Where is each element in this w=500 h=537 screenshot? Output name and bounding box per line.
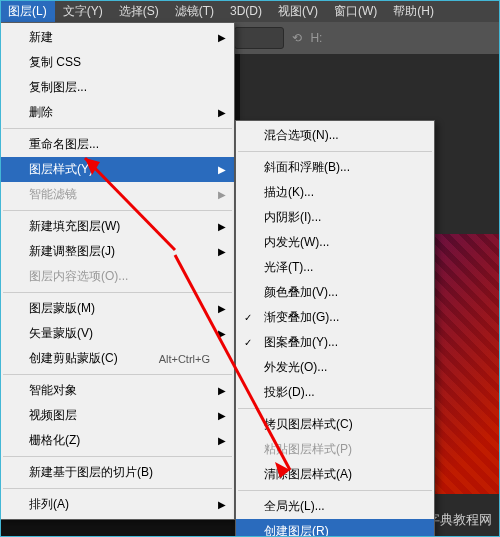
menu-item[interactable]: 复制图层... — [1, 75, 234, 100]
menu-item[interactable]: 创建图层(R) — [236, 519, 434, 537]
menu-item[interactable]: 投影(D)... — [236, 380, 434, 405]
menu-item[interactable]: 新建填充图层(W)▶ — [1, 214, 234, 239]
menu-item[interactable]: 图层蒙版(M)▶ — [1, 296, 234, 321]
menu-item[interactable]: 排列(A)▶ — [1, 492, 234, 517]
menu-item[interactable]: 新建▶ — [1, 25, 234, 50]
menu-1[interactable]: 文字(Y) — [55, 0, 111, 23]
menu-item[interactable]: 新建调整图层(J)▶ — [1, 239, 234, 264]
menu-item[interactable]: 复制 CSS — [1, 50, 234, 75]
menu-5[interactable]: 视图(V) — [270, 0, 326, 23]
layer-style-submenu: 混合选项(N)...斜面和浮雕(B)...描边(K)...内阴影(I)...内发… — [235, 120, 435, 537]
menu-item[interactable]: 全局光(L)... — [236, 494, 434, 519]
menu-item[interactable]: 删除▶ — [1, 100, 234, 125]
menu-item[interactable]: 矢量蒙版(V)▶ — [1, 321, 234, 346]
menu-item[interactable]: 颜色叠加(V)... — [236, 280, 434, 305]
menu-3[interactable]: 滤镜(T) — [167, 0, 222, 23]
menu-4[interactable]: 3D(D) — [222, 1, 270, 21]
height-label: H: — [310, 31, 322, 45]
menu-item[interactable]: 图案叠加(Y)...✓ — [236, 330, 434, 355]
menu-item[interactable]: 栅格化(Z)▶ — [1, 428, 234, 453]
link-icon[interactable]: ⟲ — [292, 31, 302, 45]
width-field[interactable] — [234, 27, 284, 49]
menu-item[interactable]: 创建剪贴蒙版(C)Alt+Ctrl+G — [1, 346, 234, 371]
menu-item: 粘贴图层样式(P) — [236, 437, 434, 462]
menu-2[interactable]: 选择(S) — [111, 0, 167, 23]
menu-0[interactable]: 图层(L) — [0, 0, 55, 23]
menu-item: 智能滤镜▶ — [1, 182, 234, 207]
menu-item[interactable]: 光泽(T)... — [236, 255, 434, 280]
menu-item[interactable]: 斜面和浮雕(B)... — [236, 155, 434, 180]
menu-item[interactable]: 重命名图层... — [1, 132, 234, 157]
menu-item[interactable]: 渐变叠加(G)...✓ — [236, 305, 434, 330]
menubar: 图层(L)文字(Y)选择(S)滤镜(T)3D(D)视图(V)窗口(W)帮助(H) — [0, 0, 500, 22]
menu-item[interactable]: 图层样式(Y)▶ — [1, 157, 234, 182]
menu-item[interactable]: 描边(K)... — [236, 180, 434, 205]
menu-item[interactable]: 新建基于图层的切片(B) — [1, 460, 234, 485]
menu-item[interactable]: 外发光(O)... — [236, 355, 434, 380]
menu-item[interactable]: 混合选项(N)... — [236, 123, 434, 148]
menu-item[interactable]: 内阴影(I)... — [236, 205, 434, 230]
menu-item: 图层内容选项(O)... — [1, 264, 234, 289]
menu-item[interactable]: 清除图层样式(A) — [236, 462, 434, 487]
menu-item[interactable]: 内发光(W)... — [236, 230, 434, 255]
menu-6[interactable]: 窗口(W) — [326, 0, 385, 23]
menu-item[interactable]: 拷贝图层样式(C) — [236, 412, 434, 437]
menu-7[interactable]: 帮助(H) — [385, 0, 442, 23]
menu-item[interactable]: 智能对象▶ — [1, 378, 234, 403]
layer-menu-dropdown: 新建▶复制 CSS复制图层...删除▶重命名图层...图层样式(Y)▶智能滤镜▶… — [0, 22, 235, 520]
menu-item[interactable]: 视频图层▶ — [1, 403, 234, 428]
